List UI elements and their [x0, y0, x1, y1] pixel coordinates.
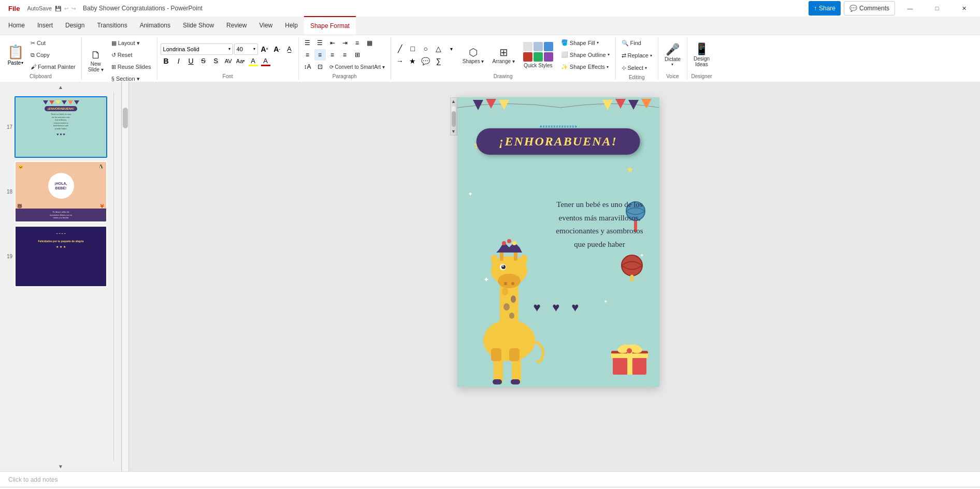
comments-button[interactable]: 💬 Comments: [844, 1, 895, 16]
quick-style-6[interactable]: [544, 52, 553, 62]
thumb18-bg: ¡HOLA,BEBÉ! Te deseo miles demomentos fe…: [16, 162, 106, 221]
tab-slideshow[interactable]: Slide Show: [177, 16, 220, 35]
font-color-button[interactable]: A: [260, 55, 271, 67]
shape-fill-button[interactable]: 🪣 Shape Fill ▾: [558, 37, 612, 48]
shape-more[interactable]: ▾: [446, 43, 457, 54]
quick-style-4[interactable]: [523, 52, 532, 62]
tab-design[interactable]: Design: [59, 16, 91, 35]
shapes-icon: ⬡: [469, 46, 478, 58]
close-button[interactable]: ✕: [952, 0, 976, 17]
minimize-button[interactable]: —: [898, 0, 922, 17]
arrange-button[interactable]: ⊞ Arrange ▾: [489, 37, 517, 72]
indent-less-button[interactable]: ⇤: [327, 37, 338, 49]
find-icon: 🔍: [622, 40, 629, 47]
strikethrough-button[interactable]: S: [198, 55, 209, 67]
shape-effects-button[interactable]: ✨ Shape Effects ▾: [558, 62, 612, 72]
tab-review[interactable]: Review: [220, 16, 253, 35]
paste-dropdown[interactable]: ▾: [21, 61, 23, 65]
tab-view[interactable]: View: [253, 16, 279, 35]
format-painter-button[interactable]: 🖌 Format Painter: [28, 61, 78, 72]
quick-style-5[interactable]: [534, 52, 543, 62]
shape-outline-button[interactable]: ⬜ Shape Outline ▾: [558, 49, 612, 60]
share-button[interactable]: ↑ Share: [809, 1, 841, 16]
clear-format-button[interactable]: A̲: [284, 43, 295, 55]
decrease-font-button[interactable]: A-: [271, 43, 283, 55]
font-name-input[interactable]: Londrina Solid ▾: [161, 43, 233, 55]
slide-canvas[interactable]: ★ ★ ✦ ✦ ✦ ✦ ✦ ¡ENHORABUENA!: [457, 97, 659, 387]
canvas-scrollbar-v[interactable]: ▲ ▼: [450, 97, 457, 136]
notes-bar[interactable]: Click to add notes: [0, 471, 980, 487]
maximize-button[interactable]: □: [925, 0, 949, 17]
file-menu[interactable]: File: [4, 3, 24, 14]
columns-button[interactable]: ▦: [364, 37, 376, 49]
slide-panel-scrollbar[interactable]: [122, 82, 129, 471]
editing-label: Editing: [619, 73, 655, 81]
find-button[interactable]: 🔍 Find: [619, 37, 644, 49]
highlight-button[interactable]: A: [248, 55, 259, 67]
scroll-down-button[interactable]: ▼: [0, 461, 121, 471]
paste-button[interactable]: 📋 Paste ▾: [3, 37, 28, 72]
shape-line[interactable]: ╱: [394, 43, 406, 54]
size-dropdown-icon[interactable]: ▾: [253, 47, 255, 51]
spacing-button[interactable]: AV: [223, 55, 234, 67]
quick-style-1[interactable]: [523, 42, 532, 51]
svg-point-40: [629, 279, 635, 281]
replace-button[interactable]: ⇄ Replace ▾: [619, 50, 655, 61]
shape-callout[interactable]: 💬: [420, 55, 431, 67]
copy-button[interactable]: ⧉ Copy: [28, 49, 78, 61]
tab-transitions[interactable]: Transitions: [91, 16, 133, 35]
new-slide-button[interactable]: 🗋 New Slide ▾: [85, 43, 107, 79]
reuse-slides-button[interactable]: ⊞ Reuse Slides: [109, 61, 154, 72]
align-left-button[interactable]: ≡: [302, 49, 313, 61]
indent-more-button[interactable]: ⇥: [339, 37, 351, 49]
shape-rect[interactable]: □: [407, 43, 419, 54]
slide-banner[interactable]: ¡ENHORABUENA!: [476, 128, 640, 155]
justify-button[interactable]: ≡: [339, 49, 351, 61]
canvas-scroll-thumb[interactable]: [452, 111, 456, 127]
numbered-button[interactable]: ☰: [314, 37, 326, 49]
slide-18-thumb[interactable]: ¡HOLA,BEBÉ! Te deseo miles demomentos fe…: [15, 161, 107, 223]
shape-arrow[interactable]: →: [394, 55, 406, 67]
scrollbar-thumb[interactable]: [123, 108, 128, 128]
increase-font-button[interactable]: A+: [259, 43, 270, 55]
shapes-button[interactable]: ⬡ Shapes ▾: [459, 37, 487, 72]
design-ideas-button[interactable]: 📱 Design Ideas: [690, 37, 713, 72]
text-direction-button[interactable]: ↕A: [302, 61, 313, 72]
slide-body-text[interactable]: Tener un bebé es uno de los eventos más …: [556, 198, 644, 251]
canvas-scroll-up[interactable]: ▲: [450, 98, 457, 105]
reset-button[interactable]: ↺ Reset: [109, 49, 154, 61]
font-size-input[interactable]: 40 ▾: [234, 43, 258, 55]
font-dropdown-icon[interactable]: ▾: [228, 47, 230, 51]
shape-circle[interactable]: ○: [420, 43, 431, 54]
shape-triangle[interactable]: △: [433, 43, 444, 54]
align-center-button[interactable]: ≡: [314, 49, 326, 61]
select-button[interactable]: ⊹ Select ▾: [619, 62, 650, 73]
shape-star[interactable]: ★: [407, 55, 419, 67]
quick-style-2[interactable]: [534, 42, 543, 51]
bullets-button[interactable]: ☰: [302, 37, 313, 49]
change-case-button[interactable]: Aa▾: [235, 55, 247, 67]
slide-19-thumb[interactable]: ☁ ☁ ☁ ☁ Felicidades por tu paquete de al…: [15, 226, 107, 287]
canvas-scroll-down[interactable]: ▼: [450, 128, 457, 135]
layout-button[interactable]: ▦ Layout ▾: [109, 37, 154, 49]
align-text-button[interactable]: ⊡: [314, 61, 326, 72]
tab-shape-format[interactable]: Shape Format: [304, 16, 356, 35]
slide-17-thumb[interactable]: ¡ENHORABUENA! Tener un bebé es unade los…: [15, 96, 107, 158]
dictate-button[interactable]: 🎤 Dictate ▾: [661, 37, 684, 72]
convert-smartart-button[interactable]: ⟳ Convert to SmartArt ▾: [327, 61, 387, 72]
underline-button[interactable]: U: [185, 55, 197, 67]
line-spacing-button[interactable]: ≡: [352, 37, 363, 49]
tab-insert[interactable]: Insert: [31, 16, 59, 35]
bold-button[interactable]: B: [161, 55, 172, 67]
cut-button[interactable]: ✂ Cut: [28, 37, 78, 49]
align-right-button[interactable]: ≡: [327, 49, 338, 61]
quick-style-3[interactable]: [544, 42, 553, 51]
scroll-up-button[interactable]: ▲: [0, 82, 121, 92]
italic-button[interactable]: I: [173, 55, 184, 67]
tab-animations[interactable]: Animations: [134, 16, 177, 35]
tab-home[interactable]: Home: [2, 16, 31, 35]
shape-equation[interactable]: ∑: [433, 55, 444, 67]
tab-help[interactable]: Help: [279, 16, 304, 35]
more-para-button[interactable]: ⊞: [352, 49, 363, 61]
shadow-button[interactable]: S: [210, 55, 222, 67]
